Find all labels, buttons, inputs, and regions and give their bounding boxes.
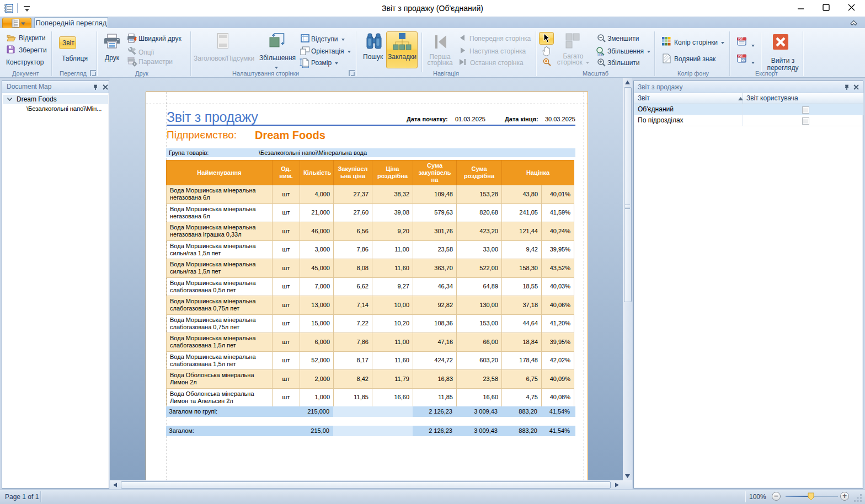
svg-text:PDF: PDF [738,37,743,40]
svg-text:100: 100 [597,53,604,57]
svg-text:PDF: PDF [738,55,743,57]
